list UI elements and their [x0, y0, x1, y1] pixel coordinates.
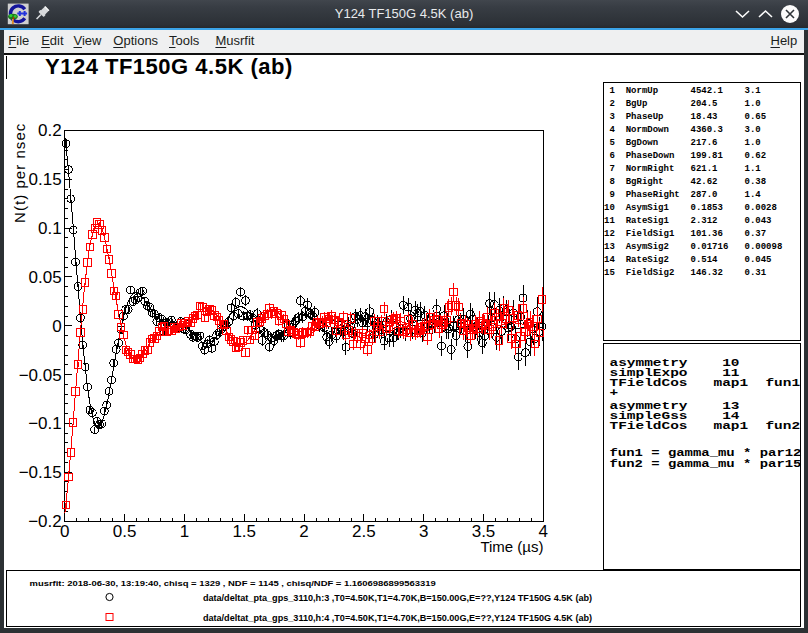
svg-text:0.05: 0.05: [29, 268, 62, 287]
svg-text:3: 3: [419, 522, 428, 541]
svg-text:1: 1: [180, 522, 189, 541]
svg-text:2: 2: [299, 522, 308, 541]
svg-text:−0.2: −0.2: [28, 512, 62, 531]
svg-text:2.5: 2.5: [352, 522, 376, 541]
svg-text:0.15: 0.15: [29, 170, 62, 189]
svg-text:−0.1: −0.1: [28, 414, 62, 433]
svg-text:−0.15: −0.15: [19, 463, 62, 482]
svg-text:0.5: 0.5: [113, 522, 137, 541]
svg-text:N(t) per nsec: N(t) per nsec: [11, 123, 28, 223]
svg-text:0.2: 0.2: [38, 121, 62, 140]
svg-text:−0.05: −0.05: [19, 366, 62, 385]
svg-text:0.1: 0.1: [38, 219, 62, 238]
svg-text:Time (µs): Time (µs): [480, 538, 543, 555]
svg-text:1.5: 1.5: [232, 522, 256, 541]
svg-text:0: 0: [52, 317, 61, 336]
